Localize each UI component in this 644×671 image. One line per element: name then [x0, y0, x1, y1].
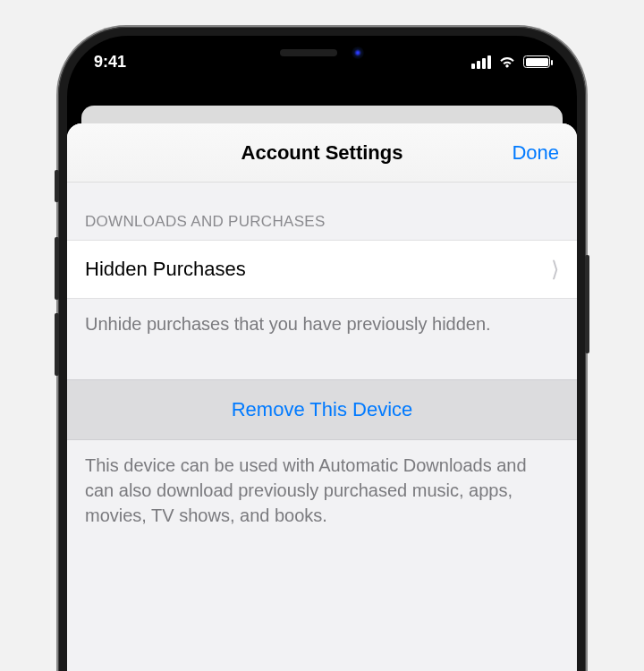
front-camera [352, 47, 364, 59]
volume-down-button [55, 313, 59, 376]
hidden-purchases-label: Hidden Purchases [85, 258, 246, 281]
hidden-purchases-footer: Unhide purchases that you have previousl… [67, 299, 577, 363]
modal-nav-bar: Account Settings Done [67, 123, 577, 183]
done-button[interactable]: Done [512, 141, 559, 165]
account-settings-sheet: Account Settings Done Downloads and Purc… [67, 123, 577, 671]
volume-up-button [55, 237, 59, 300]
remove-this-device-button[interactable]: Remove This Device [67, 379, 577, 440]
chevron-right-icon: ⟩ [551, 257, 559, 282]
iphone-device-frame: 9:41 Account Settings Done [58, 27, 586, 671]
page-title: Account Settings [242, 141, 403, 165]
status-time: 9:41 [94, 53, 126, 72]
hidden-purchases-row[interactable]: Hidden Purchases ⟩ [67, 240, 577, 299]
section-header-downloads: Downloads and Purchases [67, 183, 577, 240]
power-button [585, 255, 589, 353]
speaker-grill [280, 49, 337, 56]
battery-icon [523, 55, 550, 68]
notch [224, 36, 420, 70]
silence-switch [55, 170, 59, 202]
wifi-icon [498, 55, 516, 69]
remove-device-footer: This device can be used with Automatic D… [67, 440, 577, 555]
cellular-signal-icon [471, 55, 491, 69]
